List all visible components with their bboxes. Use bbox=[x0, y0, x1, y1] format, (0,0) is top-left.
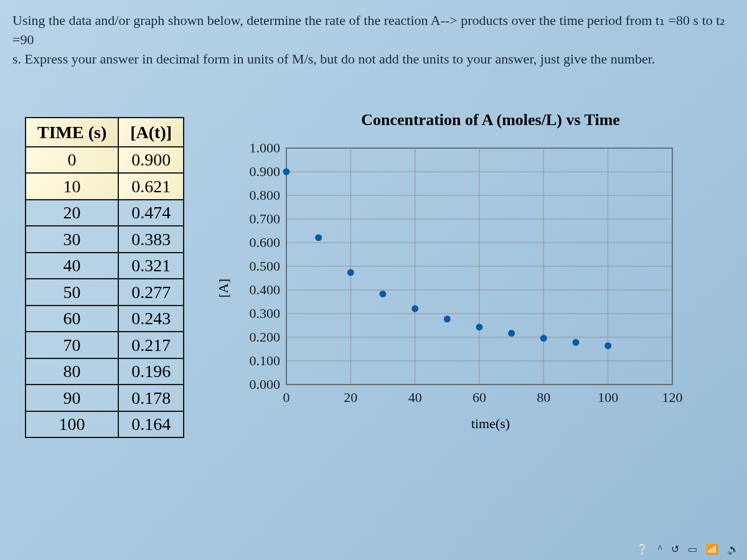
content-area: TIME (s) [A(t)] 00.900 100.621 200.474 3… bbox=[0, 80, 747, 438]
table-row: 200.474 bbox=[26, 200, 184, 226]
svg-point-37 bbox=[283, 169, 290, 175]
svg-text:80: 80 bbox=[537, 390, 550, 405]
svg-text:0.800: 0.800 bbox=[250, 187, 281, 203]
header-concentration: [A(t)] bbox=[118, 118, 184, 147]
cell-time: 80 bbox=[26, 358, 118, 385]
svg-text:0.000: 0.000 bbox=[250, 376, 281, 392]
svg-text:100: 100 bbox=[598, 390, 618, 405]
cell-conc: 0.243 bbox=[118, 306, 184, 332]
cell-conc: 0.164 bbox=[118, 411, 184, 438]
cell-time: 30 bbox=[26, 226, 118, 252]
cell-time: 60 bbox=[26, 306, 118, 332]
volume-icon[interactable]: 🔊 bbox=[727, 543, 740, 555]
cell-time: 20 bbox=[26, 200, 118, 226]
svg-text:0.400: 0.400 bbox=[250, 282, 281, 297]
svg-text:0.100: 0.100 bbox=[250, 353, 281, 368]
cell-time: 0 bbox=[26, 147, 118, 173]
x-axis-label: time(s) bbox=[253, 416, 728, 432]
svg-text:0.700: 0.700 bbox=[250, 211, 281, 226]
cell-time: 70 bbox=[26, 332, 118, 358]
svg-text:60: 60 bbox=[472, 390, 486, 405]
svg-text:0.900: 0.900 bbox=[250, 164, 281, 179]
table-row: 100.621 bbox=[26, 173, 184, 199]
svg-text:0: 0 bbox=[283, 390, 290, 405]
sync-icon[interactable]: ↺ bbox=[671, 543, 679, 555]
cell-time: 100 bbox=[26, 411, 118, 438]
svg-text:0.600: 0.600 bbox=[250, 235, 281, 250]
cell-conc: 0.900 bbox=[118, 147, 184, 173]
cell-time: 40 bbox=[26, 253, 118, 279]
svg-point-38 bbox=[315, 235, 322, 241]
svg-point-39 bbox=[347, 269, 354, 276]
svg-text:120: 120 bbox=[662, 390, 683, 405]
svg-point-47 bbox=[604, 343, 611, 350]
cell-time: 10 bbox=[26, 173, 118, 199]
help-icon[interactable]: ❔ bbox=[636, 543, 649, 555]
chart-container: Concentration of A (moles/L) vs Time [A]… bbox=[209, 105, 735, 438]
concentration-table: TIME (s) [A(t)] 00.900 100.621 200.474 3… bbox=[25, 117, 184, 438]
svg-point-41 bbox=[411, 306, 418, 312]
svg-text:0.500: 0.500 bbox=[250, 258, 281, 274]
svg-text:40: 40 bbox=[408, 390, 422, 405]
svg-text:0.200: 0.200 bbox=[250, 329, 281, 345]
cell-conc: 0.321 bbox=[118, 253, 184, 279]
svg-text:0.300: 0.300 bbox=[250, 306, 281, 321]
table-row: 600.243 bbox=[26, 306, 184, 332]
question-line2: s. Express your answer in decimal form i… bbox=[12, 51, 655, 67]
cell-conc: 0.178 bbox=[118, 385, 184, 411]
chart-wrap: [A] 0204060801001200.0000.1000.2000.3000… bbox=[215, 142, 728, 409]
cell-conc: 0.474 bbox=[118, 200, 184, 226]
cell-conc: 0.383 bbox=[118, 226, 184, 252]
question-line1: Using the data and/or graph shown below,… bbox=[12, 12, 725, 47]
question-prompt: Using the data and/or graph shown below,… bbox=[0, 0, 747, 80]
svg-point-45 bbox=[540, 335, 547, 342]
chevron-up-icon[interactable]: ^ bbox=[657, 543, 662, 554]
cell-conc: 0.196 bbox=[118, 358, 184, 385]
table-header-row: TIME (s) [A(t)] bbox=[26, 118, 184, 147]
header-time: TIME (s) bbox=[26, 118, 118, 147]
cell-conc: 0.217 bbox=[118, 332, 184, 358]
table-row: 400.321 bbox=[26, 253, 184, 279]
cell-conc: 0.277 bbox=[118, 279, 184, 305]
cell-time: 50 bbox=[26, 279, 118, 305]
y-axis-label: [A] bbox=[215, 254, 232, 298]
svg-point-40 bbox=[380, 291, 387, 297]
table-row: 500.277 bbox=[26, 279, 184, 305]
table-row: 800.196 bbox=[26, 358, 184, 385]
table-row: 1000.164 bbox=[26, 411, 184, 438]
svg-point-43 bbox=[476, 324, 483, 331]
svg-text:20: 20 bbox=[344, 390, 357, 405]
chart-plot-area: 0204060801001200.0000.1000.2000.3000.400… bbox=[237, 142, 685, 409]
scatter-plot: 0204060801001200.0000.1000.2000.3000.400… bbox=[237, 142, 685, 409]
wifi-icon[interactable]: 📶 bbox=[706, 543, 718, 555]
chart-title: Concentration of A (moles/L) vs Time bbox=[253, 111, 728, 129]
cell-conc: 0.621 bbox=[118, 173, 184, 199]
windows-taskbar: ❔ ^ ↺ ▭ 📶 🔊 bbox=[629, 538, 747, 560]
svg-point-42 bbox=[444, 316, 451, 323]
svg-point-46 bbox=[573, 339, 580, 346]
svg-text:1.000: 1.000 bbox=[250, 142, 281, 156]
table-row: 00.900 bbox=[26, 147, 184, 173]
table-row: 700.217 bbox=[26, 332, 184, 358]
svg-point-44 bbox=[508, 330, 515, 337]
cell-time: 90 bbox=[26, 385, 118, 411]
table-row: 300.383 bbox=[26, 226, 184, 252]
battery-icon[interactable]: ▭ bbox=[688, 543, 697, 555]
table-row: 900.178 bbox=[26, 385, 184, 411]
